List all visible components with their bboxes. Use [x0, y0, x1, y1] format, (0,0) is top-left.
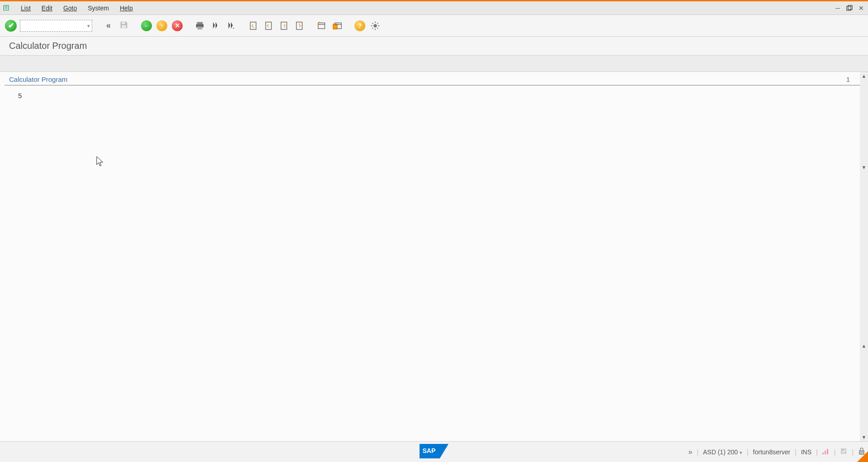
- scroll-down-icon[interactable]: ▼: [862, 164, 867, 170]
- arrow-up-icon: ↑: [156, 20, 167, 31]
- menu-bar: List Edit Goto System Help ─ ✕: [0, 1, 868, 15]
- svg-text:+: +: [232, 26, 235, 31]
- list-header: Calculator Program 1: [5, 72, 863, 85]
- nav-back-button[interactable]: ←: [140, 19, 153, 32]
- svg-rect-16: [333, 24, 337, 29]
- svg-rect-22: [827, 449, 828, 454]
- status-insert-mode: INS: [801, 448, 811, 456]
- list-page-number: 1: [846, 75, 850, 83]
- svg-rect-7: [198, 26, 203, 29]
- x-icon: ✕: [172, 20, 183, 31]
- list-header-title: Calculator Program: [9, 75, 67, 83]
- sap-logo: SAP: [420, 444, 448, 460]
- scroll-up-icon[interactable]: ▲: [862, 73, 867, 79]
- nav-up-button[interactable]: ↑: [156, 19, 168, 32]
- status-session[interactable]: ASD (1) 200 ▾: [703, 448, 742, 456]
- svg-rect-13: [318, 23, 325, 28]
- check-icon: ✔: [5, 20, 17, 32]
- next-page-button[interactable]: [278, 19, 290, 32]
- page-title-bar: Calculator Program: [0, 37, 868, 56]
- scroll-up2-icon[interactable]: ▲: [862, 343, 867, 349]
- enter-button[interactable]: ✔: [5, 19, 17, 32]
- status-interpret-icon: [840, 448, 847, 456]
- save-icon: [119, 20, 129, 32]
- list-body: 5: [14, 85, 863, 107]
- print-button[interactable]: [193, 19, 206, 32]
- prev-page-button[interactable]: [262, 19, 275, 32]
- standard-toolbar: ✔ ▾ « ← ↑ ✕ + ?: [0, 15, 868, 37]
- first-page-button[interactable]: [247, 19, 259, 32]
- application-toolbar: [0, 56, 868, 72]
- customize-button[interactable]: [369, 19, 382, 32]
- svg-rect-5: [197, 22, 203, 24]
- scroll-down2-icon[interactable]: ▼: [862, 434, 867, 440]
- status-bar: SAP » | ASD (1) 200 ▾ | fortun8server | …: [0, 441, 868, 462]
- svg-point-17: [373, 24, 377, 27]
- svg-rect-10: [266, 22, 272, 29]
- list-output-area: Calculator Program 1 5 ▲ ▼ ▲ ▼: [0, 72, 868, 441]
- svg-rect-4: [122, 25, 126, 27]
- dropdown-icon[interactable]: ▾: [87, 23, 90, 28]
- app-menu-icon[interactable]: [3, 4, 11, 12]
- back-button[interactable]: «: [102, 19, 115, 32]
- find-button[interactable]: [209, 19, 222, 32]
- svg-rect-20: [822, 453, 824, 454]
- svg-rect-11: [281, 22, 287, 29]
- vertical-scrollbar[interactable]: ▲ ▼ ▲ ▼: [860, 72, 868, 441]
- back-icon: «: [106, 21, 111, 30]
- find-next-button[interactable]: +: [224, 19, 237, 32]
- svg-rect-3: [122, 22, 125, 24]
- menu-edit[interactable]: Edit: [36, 3, 58, 14]
- help-button[interactable]: ?: [354, 19, 366, 32]
- command-field[interactable]: ▾: [20, 20, 92, 32]
- svg-point-14: [319, 21, 321, 23]
- svg-rect-23: [841, 448, 846, 454]
- new-session-button[interactable]: [316, 19, 328, 32]
- window-controls: ─ ✕: [833, 3, 866, 13]
- cancel-button[interactable]: ✕: [171, 19, 184, 32]
- menu-system[interactable]: System: [82, 3, 114, 14]
- help-icon: ?: [354, 20, 365, 31]
- last-page-button[interactable]: [293, 19, 306, 32]
- menu-help[interactable]: Help: [114, 3, 138, 14]
- save-button[interactable]: [118, 19, 130, 32]
- expand-status-icon[interactable]: »: [688, 448, 692, 456]
- resize-grip[interactable]: [857, 451, 868, 462]
- status-server: fortun8server: [753, 448, 790, 456]
- status-right: » | ASD (1) 200 ▾ | fortun8server | INS …: [688, 447, 868, 457]
- svg-rect-12: [297, 22, 302, 29]
- menu-goto[interactable]: Goto: [58, 3, 82, 14]
- close-button[interactable]: ✕: [856, 3, 866, 13]
- dropdown-icon: ▾: [740, 450, 742, 455]
- status-signal-icon: [822, 448, 830, 456]
- minimize-button[interactable]: ─: [833, 3, 843, 13]
- svg-rect-21: [825, 451, 826, 454]
- list-output-value: 5: [18, 92, 22, 99]
- arrow-left-icon: ←: [141, 20, 152, 31]
- page-title: Calculator Program: [9, 41, 87, 51]
- maximize-button[interactable]: [844, 3, 854, 13]
- svg-rect-9: [250, 22, 256, 29]
- menu-list[interactable]: List: [15, 3, 36, 14]
- generate-shortcut-button[interactable]: [331, 19, 344, 32]
- svg-text:SAP: SAP: [422, 447, 435, 454]
